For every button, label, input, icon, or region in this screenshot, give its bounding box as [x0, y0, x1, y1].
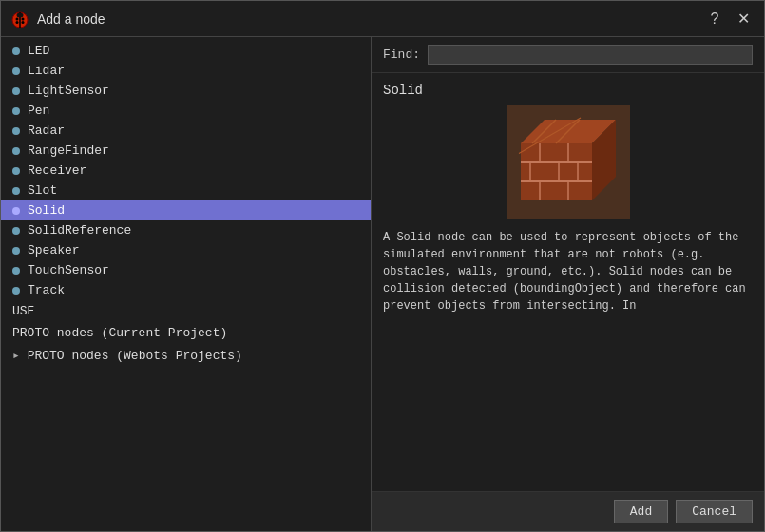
node-dot [12, 267, 20, 275]
list-item[interactable]: SolidReference [1, 220, 371, 240]
node-label: Lidar [28, 64, 65, 78]
find-label: Find: [383, 48, 420, 62]
title-buttons: ? ✕ [703, 8, 755, 30]
section-label[interactable]: USE [1, 300, 371, 322]
node-label: Slot [28, 183, 57, 198]
node-label: Radar [28, 124, 65, 138]
node-dot [12, 227, 20, 235]
content-area: LEDLidarLightSensorPenRadarRangeFinderRe… [1, 37, 764, 531]
list-item[interactable]: LightSensor [1, 81, 371, 101]
list-item[interactable]: Track [1, 280, 371, 300]
node-label: LightSensor [28, 84, 109, 98]
node-label: Pen [28, 104, 49, 118]
svg-point-7 [17, 12, 24, 17]
find-bar: Find: [372, 37, 764, 73]
dialog-title: Add a node [37, 11, 703, 27]
node-label: TouchSensor [28, 263, 109, 277]
svg-point-5 [16, 21, 19, 24]
node-view: Solid [372, 73, 764, 491]
cancel-button[interactable]: Cancel [676, 500, 753, 523]
node-preview [507, 105, 630, 219]
list-item[interactable]: Solid [1, 200, 371, 220]
node-detail-panel: Find: Solid [372, 37, 764, 531]
add-node-dialog: Add a node ? ✕ LEDLidarLightSensorPenRad… [0, 0, 765, 532]
node-dot [12, 67, 20, 75]
node-dot [12, 247, 20, 255]
node-title: Solid [383, 83, 753, 98]
svg-rect-8 [521, 143, 592, 200]
svg-point-4 [22, 17, 25, 20]
node-dot [12, 127, 20, 135]
list-item[interactable]: Pen [1, 101, 371, 121]
section-label[interactable]: PROTO nodes (Webots Projects) [1, 344, 371, 367]
list-item[interactable]: LED [1, 41, 371, 61]
node-label: RangeFinder [28, 143, 109, 158]
node-dot [12, 287, 20, 294]
app-icon [10, 10, 29, 28]
add-button[interactable]: Add [614, 500, 668, 523]
section-label[interactable]: PROTO nodes (Current Project) [1, 322, 371, 344]
list-item[interactable]: Slot [1, 180, 371, 200]
node-list: LEDLidarLightSensorPenRadarRangeFinderRe… [1, 37, 372, 531]
node-label: SolidReference [28, 223, 131, 238]
node-label: Receiver [28, 163, 86, 178]
svg-point-3 [16, 17, 19, 20]
list-item[interactable]: RangeFinder [1, 141, 371, 161]
close-button[interactable]: ✕ [732, 8, 755, 30]
node-dot [12, 207, 20, 215]
node-label: Speaker [28, 243, 80, 257]
title-bar: Add a node ? ✕ [1, 1, 764, 37]
node-dot [12, 87, 20, 95]
list-item[interactable]: Radar [1, 121, 371, 141]
help-button[interactable]: ? [703, 8, 726, 30]
list-item[interactable]: TouchSensor [1, 260, 371, 280]
list-item[interactable]: Lidar [1, 61, 371, 81]
node-dot [12, 187, 20, 195]
brick-icon [516, 115, 621, 210]
find-input[interactable] [428, 45, 753, 65]
node-description: A Solid node can be used to represent ob… [383, 229, 753, 314]
node-label: Solid [28, 203, 65, 218]
node-dot [12, 147, 20, 155]
list-item[interactable]: Speaker [1, 240, 371, 260]
node-dot [12, 107, 20, 115]
svg-point-6 [22, 21, 25, 24]
list-item[interactable]: Receiver [1, 161, 371, 180]
node-label: LED [28, 44, 49, 58]
node-dot [12, 167, 20, 175]
bottom-bar: Add Cancel [372, 491, 764, 531]
node-dot [12, 48, 20, 55]
node-label: Track [28, 283, 65, 297]
